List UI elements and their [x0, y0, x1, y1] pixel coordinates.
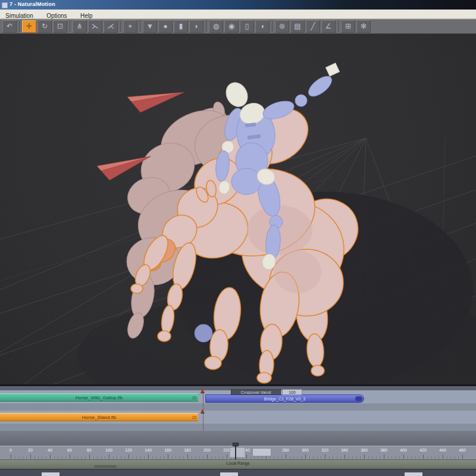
transition-marker-icon[interactable]: ▲	[199, 387, 206, 394]
bottom-status-strip	[0, 469, 476, 476]
ruler-tick-minor	[298, 456, 298, 459]
ruler-tick-minor	[46, 456, 46, 459]
ruler-tick-minor	[223, 456, 223, 459]
ruler-tick-minor	[176, 456, 176, 459]
sphere-primitive-icon[interactable]: ●	[158, 20, 173, 33]
ruler-tick-minor	[333, 456, 333, 459]
ruler-tick-minor	[419, 456, 419, 459]
transition-marker-icon[interactable]: ▲	[199, 407, 206, 414]
range-bar[interactable]: Local Range	[0, 459, 476, 469]
ruler-tick-minor	[192, 456, 192, 459]
range-label: Local Range	[226, 461, 249, 465]
move-tool-icon[interactable]: ✛	[22, 20, 36, 33]
scale-tool-icon[interactable]: ⊡	[53, 20, 67, 33]
ruler-tick-major	[364, 455, 365, 459]
ruler-tick-label: 320	[321, 448, 328, 452]
ruler-tick-major	[70, 455, 70, 459]
ruler-tick-minor	[97, 456, 98, 459]
ruler-tick-minor	[313, 456, 314, 459]
wire-sphere-icon[interactable]: ⊛	[275, 20, 289, 33]
playhead-zone[interactable]	[230, 447, 245, 458]
clip-label: Horse_Wild_Gallop.flb	[76, 395, 123, 400]
ruler-tick-minor	[360, 456, 361, 459]
ruler-tick-minor	[215, 456, 215, 459]
rotate-tool-icon[interactable]: ↻	[37, 20, 52, 33]
toolbar: ↶✛↻⊡⋔⋋⋌⌖▼●▮◗◍◉▯◖⊛▤╱∠⊞✻	[0, 19, 476, 34]
animation-clip-orange[interactable]: Horse_Stand.flb 15	[0, 413, 198, 421]
ruler-tick-major	[403, 455, 404, 459]
ruler-tick-minor	[309, 456, 310, 459]
track-row-2[interactable]	[0, 403, 476, 411]
angle-tool-icon[interactable]: ∠	[321, 20, 336, 33]
ruler-tick-minor	[415, 456, 416, 459]
ruler-tick-minor	[281, 456, 282, 459]
ruler-tick-minor	[54, 456, 55, 459]
title-bar[interactable]: 7 - NaturalMotion	[0, 0, 476, 10]
ruler-tick-minor	[42, 456, 43, 459]
ruler-tick-minor	[133, 456, 133, 459]
toolbar-divider	[206, 21, 206, 32]
ruler-tick-minor	[23, 456, 23, 459]
capsule-body-icon[interactable]: ▯	[240, 20, 254, 33]
ruler-tick-minor	[337, 456, 337, 459]
undo-icon[interactable]: ↶	[2, 20, 17, 33]
window-icon	[2, 2, 8, 8]
ruler-tick-minor	[262, 456, 262, 459]
ball-object[interactable]	[195, 324, 212, 342]
ruler-tick-label: 400	[400, 448, 407, 452]
ruler-tick-minor	[278, 456, 278, 459]
ruler-tick-minor	[447, 456, 447, 459]
viewport-canvas[interactable]	[0, 34, 476, 384]
character-kick-icon[interactable]: ⋋	[88, 20, 102, 33]
ruler-tick-minor	[18, 456, 19, 459]
ruler-tick-major	[11, 455, 11, 459]
ruler-tick-label: 360	[361, 448, 368, 452]
ruler-tick-minor	[352, 456, 353, 459]
target-picker-icon[interactable]: ⌖	[123, 20, 137, 33]
ruler-tick-label: 420	[419, 448, 427, 452]
clip-end-cap	[355, 396, 362, 401]
box-mesh-icon[interactable]: ▤	[290, 20, 305, 33]
ruler-tick-minor	[270, 456, 271, 459]
ruler-tick-minor	[219, 456, 220, 459]
character-stand-icon[interactable]: ⋌	[104, 20, 118, 33]
ruler-tick-minor	[93, 456, 94, 459]
animation-clip-green[interactable]: Horse_Wild_Gallop.flb 15	[0, 393, 198, 402]
ruler-tick-label: 200	[203, 448, 211, 452]
bean-primitive-icon[interactable]: ◗	[189, 20, 203, 33]
ruler-tick-major	[286, 455, 286, 459]
bottom-mark	[42, 472, 60, 476]
track-row-4[interactable]	[0, 424, 476, 431]
crossover-value[interactable]: 100	[282, 389, 302, 395]
ruler-tick-major	[207, 455, 208, 459]
ruler-tick-minor	[77, 456, 78, 459]
ruler-tick-minor	[396, 456, 396, 459]
ruler-tick-minor	[183, 456, 184, 459]
ruler-tick-minor	[340, 456, 341, 459]
toolbar-divider	[140, 21, 140, 32]
ruler-tick-minor	[164, 456, 164, 459]
quad-view-icon[interactable]: ⊞	[341, 20, 355, 33]
behaviour-clip-blue[interactable]: Bridge_C1_F28_V0_3	[205, 394, 364, 403]
ruler-tick-label: 460	[459, 448, 466, 452]
ruler-tick-minor	[38, 456, 39, 459]
application-window: 7 - NaturalMotion Simulation Options Hel…	[0, 0, 476, 476]
ruler-tick-minor	[368, 456, 369, 459]
capsule-primitive-icon[interactable]: ▮	[174, 20, 188, 33]
line-tool-icon[interactable]: ╱	[306, 20, 320, 33]
ruler-tick-minor	[124, 456, 125, 459]
clip-label: Horse_Stand.flb	[82, 415, 116, 420]
cone-primitive-icon[interactable]: ▼	[143, 20, 157, 33]
viewport[interactable]	[0, 34, 476, 384]
range-handle[interactable]	[252, 448, 271, 456]
ruler-tick-minor	[156, 456, 156, 459]
playhead-knob[interactable]	[233, 443, 239, 446]
shield-body-icon[interactable]: ◍	[209, 20, 223, 33]
blob-body-icon[interactable]: ◖	[255, 20, 270, 33]
character-pose-icon[interactable]: ⋔	[73, 20, 87, 33]
ruler-tick-minor	[85, 456, 86, 459]
ruler-tick-minor	[105, 456, 105, 459]
sphere-body-icon[interactable]: ◉	[224, 20, 239, 33]
snowflake-icon[interactable]: ✻	[356, 20, 371, 33]
ruler-tick-minor	[427, 456, 428, 459]
